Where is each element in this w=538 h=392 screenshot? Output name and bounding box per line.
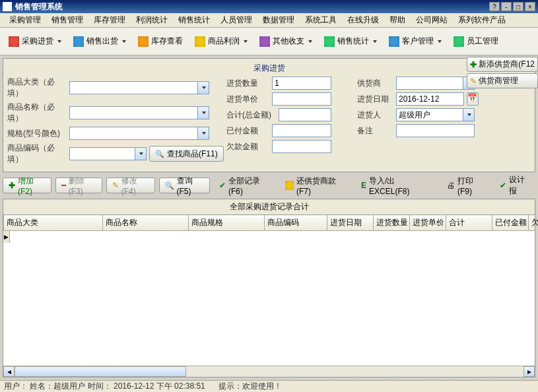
query-button[interactable]: 🔍查询(F5): [159, 178, 210, 193]
minimize-button[interactable]: -: [501, 2, 512, 11]
category-dropdown[interactable]: [198, 81, 209, 94]
toolbar-button-4[interactable]: 其他收支: [255, 33, 317, 49]
menu-item-8[interactable]: 在线升级: [342, 13, 384, 27]
plus-icon: ✚: [470, 60, 477, 69]
date-input[interactable]: [396, 92, 464, 106]
menu-item-1[interactable]: 销售管理: [46, 13, 88, 27]
column-header-4[interactable]: 进货日期: [327, 215, 374, 230]
search-icon: 🔍: [165, 181, 174, 190]
price-input[interactable]: [272, 92, 331, 106]
modify-button[interactable]: ✎修改(F4): [106, 178, 155, 193]
total-label: 合计(总金额): [226, 110, 276, 121]
maximize-button[interactable]: □: [513, 2, 523, 11]
toolbar-button-2[interactable]: 库存查看: [133, 33, 187, 49]
column-header-8[interactable]: 已付金额: [492, 215, 529, 230]
category-input[interactable]: [69, 81, 198, 94]
find-product-button[interactable]: 🔍查找商品(F11): [149, 146, 224, 162]
toolbar-icon: [73, 36, 84, 47]
menu-item-4[interactable]: 销售统计: [173, 13, 215, 27]
menu-item-2[interactable]: 库存管理: [88, 13, 131, 27]
column-header-0[interactable]: 商品大类: [4, 215, 103, 230]
toolbar-button-7[interactable]: 员工管理: [449, 33, 503, 49]
menu-item-6[interactable]: 数据管理: [257, 13, 300, 27]
paid-input[interactable]: [272, 124, 331, 137]
toolbar-icon: [324, 36, 335, 47]
scroll-thumb[interactable]: [15, 366, 186, 377]
chevron-down-icon: [308, 40, 312, 43]
remark-label: 备注: [357, 125, 393, 137]
plus-icon: ✚: [9, 181, 15, 190]
data-table: 全部采购进货记录合计 商品大类商品名称商品规格商品编码进货日期进货数量进货单价合…: [3, 199, 535, 377]
repay-button[interactable]: 还供货商款(F7): [280, 178, 352, 193]
column-header-2[interactable]: 商品规格: [189, 215, 265, 230]
all-records-button[interactable]: ✔全部记录(F6): [214, 178, 276, 193]
add-button[interactable]: ✚增加(F2): [3, 178, 51, 193]
menu-item-11[interactable]: 系列软件产品: [453, 13, 511, 27]
menu-item-3[interactable]: 利润统计: [131, 13, 173, 27]
paid-label: 已付金额: [226, 125, 269, 137]
buyer-input[interactable]: [396, 108, 463, 121]
chevron-down-icon: [373, 40, 377, 43]
horizontal-scrollbar[interactable]: ◂ ▸: [3, 366, 535, 377]
column-header-1[interactable]: 商品名称: [103, 215, 189, 230]
qty-input[interactable]: [272, 77, 331, 90]
form-title: 采购进货: [7, 63, 531, 74]
pencil-icon: ✎: [112, 181, 119, 190]
toolbar-icon: [138, 36, 149, 47]
action-buttons: ✚增加(F2) ━删除(F3) ✎修改(F4) 🔍查询(F5) ✔全部记录(F6…: [3, 175, 535, 196]
toolbar-button-6[interactable]: 客户管理: [384, 33, 446, 49]
menu-item-9[interactable]: 帮助: [384, 13, 411, 27]
side-panel: ✚新添供货商(F12 ✎供货商管理: [467, 57, 538, 88]
scroll-right-button[interactable]: ▸: [523, 366, 535, 377]
name-dropdown[interactable]: [198, 106, 209, 119]
delete-button[interactable]: ━删除(F3): [55, 178, 102, 193]
design-button[interactable]: ✔设计报: [494, 178, 535, 193]
manage-supplier-button[interactable]: ✎供货商管理: [467, 73, 538, 88]
buyer-dropdown[interactable]: [463, 108, 475, 121]
code-dropdown[interactable]: [135, 147, 147, 160]
toolbar-button-3[interactable]: 商品利润: [190, 33, 252, 49]
date-label: 进货日期: [357, 94, 393, 105]
code-input[interactable]: [69, 147, 135, 160]
column-header-7[interactable]: 合计: [446, 215, 492, 230]
scroll-left-button[interactable]: ◂: [3, 366, 15, 377]
excel-button[interactable]: E导入/出 EXCEL(F8): [356, 178, 438, 193]
supplier-input[interactable]: [396, 77, 463, 90]
toolbar-button-1[interactable]: 销售出货: [69, 33, 131, 49]
check-icon: ✔: [219, 181, 226, 190]
owe-label: 欠款金额: [226, 141, 269, 152]
menu-bar: 采购管理销售管理库存管理利润统计销售统计人员管理数据管理系统工具在线升级帮助公司…: [0, 13, 538, 28]
toolbar-button-5[interactable]: 销售统计: [319, 33, 382, 49]
menu-item-10[interactable]: 公司网站: [411, 13, 453, 27]
menu-item-7[interactable]: 系统工具: [300, 13, 342, 27]
toolbar-button-0[interactable]: 采购进货: [4, 33, 66, 49]
add-supplier-button[interactable]: ✚新添供货商(F12: [467, 57, 538, 72]
date-picker-button[interactable]: 📅: [467, 92, 479, 106]
status-bar: 用户： 姓名：超级用户 时间： 2016-12-12 下午 02:38:51 提…: [0, 380, 538, 392]
purchase-form: 采购进货 商品大类（必填） 商品名称（必填） 规格(型号颜色) 商品编码（必填）: [3, 58, 535, 172]
menu-item-5[interactable]: 人员管理: [215, 13, 257, 27]
scroll-track[interactable]: [15, 366, 523, 377]
help-button[interactable]: ?: [489, 2, 500, 11]
toolbar-icon: [454, 36, 464, 47]
spec-input[interactable]: [69, 127, 198, 140]
column-header-3[interactable]: 商品编码: [265, 215, 327, 230]
toolbar-icon: [195, 36, 205, 47]
column-header-6[interactable]: 进货单价: [410, 215, 446, 230]
print-button[interactable]: 🖨打印(F9): [442, 178, 490, 193]
remark-input[interactable]: [396, 124, 475, 137]
toolbar-icon: [389, 36, 399, 47]
spec-dropdown[interactable]: [198, 127, 209, 140]
column-header-9[interactable]: 欠款: [529, 215, 538, 230]
column-header-5[interactable]: 进货数量: [374, 215, 410, 230]
table-title: 全部采购进货记录合计: [3, 199, 535, 215]
category-label: 商品大类（必填）: [7, 77, 67, 99]
table-body[interactable]: ▶: [3, 231, 535, 366]
menu-item-0[interactable]: 采购管理: [4, 13, 46, 27]
close-button[interactable]: ×: [525, 2, 535, 11]
owe-input[interactable]: [272, 140, 331, 153]
search-icon: 🔍: [155, 150, 164, 158]
supplier-label: 供货商: [357, 78, 393, 89]
name-input[interactable]: [69, 106, 198, 119]
total-input[interactable]: [279, 108, 331, 121]
